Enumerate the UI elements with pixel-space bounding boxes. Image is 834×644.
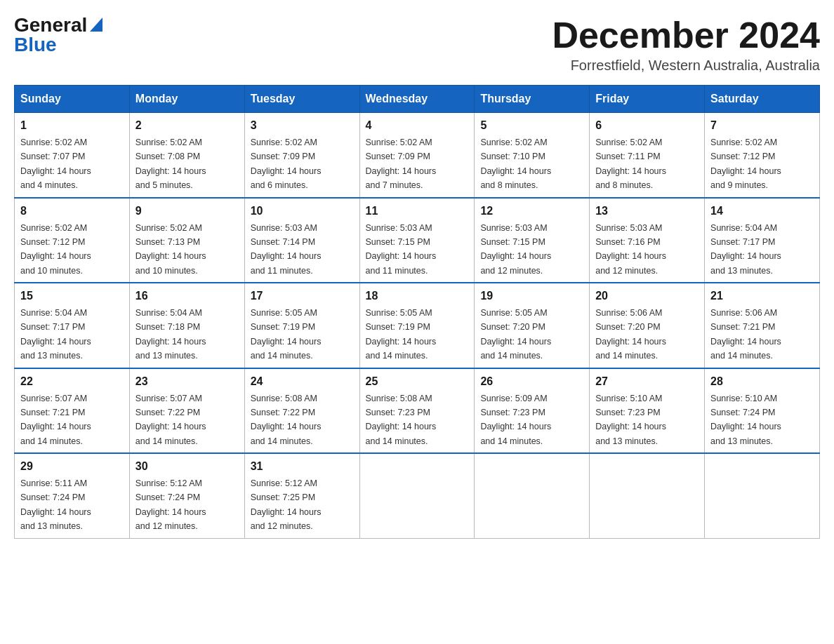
table-row: 20 Sunrise: 5:06 AMSunset: 7:20 PMDaylig… — [590, 283, 705, 368]
table-row: 1 Sunrise: 5:02 AMSunset: 7:07 PMDayligh… — [15, 113, 130, 198]
col-saturday: Saturday — [705, 86, 820, 113]
table-row: 2 Sunrise: 5:02 AMSunset: 7:08 PMDayligh… — [129, 113, 244, 198]
day-info: Sunrise: 5:05 AMSunset: 7:20 PMDaylight:… — [480, 308, 551, 361]
day-info: Sunrise: 5:04 AMSunset: 7:18 PMDaylight:… — [135, 308, 206, 361]
logo-triangle-icon — [90, 18, 102, 34]
table-row: 4 Sunrise: 5:02 AMSunset: 7:09 PMDayligh… — [359, 113, 475, 198]
day-number: 27 — [595, 373, 699, 390]
table-row: 25 Sunrise: 5:08 AMSunset: 7:23 PMDaylig… — [359, 368, 475, 454]
day-info: Sunrise: 5:09 AMSunset: 7:23 PMDaylight:… — [480, 394, 551, 446]
day-info: Sunrise: 5:10 AMSunset: 7:23 PMDaylight:… — [595, 394, 666, 446]
day-info: Sunrise: 5:03 AMSunset: 7:16 PMDaylight:… — [595, 223, 666, 276]
day-info: Sunrise: 5:02 AMSunset: 7:08 PMDaylight:… — [135, 137, 206, 190]
col-friday: Friday — [590, 86, 705, 113]
day-number: 9 — [135, 203, 239, 220]
day-number: 3 — [251, 117, 354, 134]
day-number: 20 — [595, 288, 699, 304]
col-wednesday: Wednesday — [359, 86, 475, 113]
day-number: 17 — [251, 288, 354, 304]
table-row: 16 Sunrise: 5:04 AMSunset: 7:18 PMDaylig… — [129, 283, 244, 368]
logo-blue-text: Blue — [14, 34, 57, 56]
title-area: December 2024 Forrestfield, Western Aust… — [552, 14, 820, 74]
table-row: 12 Sunrise: 5:03 AMSunset: 7:15 PMDaylig… — [475, 198, 590, 283]
day-number: 13 — [595, 203, 699, 220]
day-info: Sunrise: 5:02 AMSunset: 7:11 PMDaylight:… — [595, 137, 666, 190]
table-row — [705, 453, 820, 538]
table-row: 7 Sunrise: 5:02 AMSunset: 7:12 PMDayligh… — [705, 113, 820, 198]
day-info: Sunrise: 5:02 AMSunset: 7:12 PMDaylight:… — [20, 223, 91, 276]
table-row: 13 Sunrise: 5:03 AMSunset: 7:16 PMDaylig… — [590, 198, 705, 283]
day-number: 12 — [480, 203, 583, 220]
month-title: December 2024 — [552, 14, 820, 56]
day-number: 7 — [710, 117, 814, 134]
day-info: Sunrise: 5:07 AMSunset: 7:22 PMDaylight:… — [135, 394, 206, 446]
day-info: Sunrise: 5:10 AMSunset: 7:24 PMDaylight:… — [710, 394, 781, 446]
table-row: 21 Sunrise: 5:06 AMSunset: 7:21 PMDaylig… — [705, 283, 820, 368]
svg-marker-0 — [90, 18, 102, 32]
col-monday: Monday — [129, 86, 244, 113]
day-number: 31 — [251, 458, 354, 475]
day-info: Sunrise: 5:02 AMSunset: 7:07 PMDaylight:… — [20, 137, 91, 190]
location-subtitle: Forrestfield, Western Australia, Austral… — [552, 58, 820, 74]
table-row: 19 Sunrise: 5:05 AMSunset: 7:20 PMDaylig… — [475, 283, 590, 368]
day-info: Sunrise: 5:08 AMSunset: 7:22 PMDaylight:… — [251, 394, 322, 446]
day-number: 18 — [366, 288, 469, 304]
table-row: 11 Sunrise: 5:03 AMSunset: 7:15 PMDaylig… — [359, 198, 475, 283]
day-number: 21 — [710, 288, 814, 304]
calendar-header-row: Sunday Monday Tuesday Wednesday Thursday… — [15, 86, 820, 113]
table-row: 10 Sunrise: 5:03 AMSunset: 7:14 PMDaylig… — [244, 198, 359, 283]
table-row: 6 Sunrise: 5:02 AMSunset: 7:11 PMDayligh… — [590, 113, 705, 198]
day-number: 4 — [366, 117, 469, 134]
day-info: Sunrise: 5:12 AMSunset: 7:24 PMDaylight:… — [135, 478, 206, 531]
page-header: General Blue December 2024 Forrestfield,… — [14, 14, 820, 74]
day-info: Sunrise: 5:03 AMSunset: 7:15 PMDaylight:… — [366, 223, 437, 276]
day-info: Sunrise: 5:03 AMSunset: 7:14 PMDaylight:… — [251, 223, 322, 276]
table-row: 9 Sunrise: 5:02 AMSunset: 7:13 PMDayligh… — [129, 198, 244, 283]
table-row — [590, 453, 705, 538]
table-row: 27 Sunrise: 5:10 AMSunset: 7:23 PMDaylig… — [590, 368, 705, 454]
col-tuesday: Tuesday — [244, 86, 359, 113]
day-number: 15 — [20, 288, 124, 304]
day-number: 8 — [20, 203, 124, 220]
day-info: Sunrise: 5:04 AMSunset: 7:17 PMDaylight:… — [710, 223, 781, 276]
calendar-week-row: 8 Sunrise: 5:02 AMSunset: 7:12 PMDayligh… — [15, 198, 820, 283]
day-info: Sunrise: 5:11 AMSunset: 7:24 PMDaylight:… — [20, 478, 91, 531]
day-number: 25 — [366, 373, 469, 390]
col-thursday: Thursday — [475, 86, 590, 113]
day-number: 5 — [480, 117, 583, 134]
table-row: 28 Sunrise: 5:10 AMSunset: 7:24 PMDaylig… — [705, 368, 820, 454]
day-info: Sunrise: 5:02 AMSunset: 7:12 PMDaylight:… — [710, 137, 781, 190]
table-row: 8 Sunrise: 5:02 AMSunset: 7:12 PMDayligh… — [15, 198, 130, 283]
calendar-week-row: 1 Sunrise: 5:02 AMSunset: 7:07 PMDayligh… — [15, 113, 820, 198]
logo: General Blue — [14, 14, 102, 56]
day-number: 30 — [135, 458, 239, 475]
calendar-table: Sunday Monday Tuesday Wednesday Thursday… — [14, 85, 820, 539]
day-number: 16 — [135, 288, 239, 304]
calendar-week-row: 22 Sunrise: 5:07 AMSunset: 7:21 PMDaylig… — [15, 368, 820, 454]
day-info: Sunrise: 5:02 AMSunset: 7:09 PMDaylight:… — [251, 137, 322, 190]
table-row: 26 Sunrise: 5:09 AMSunset: 7:23 PMDaylig… — [475, 368, 590, 454]
day-number: 24 — [251, 373, 354, 390]
col-sunday: Sunday — [15, 86, 130, 113]
day-number: 28 — [710, 373, 814, 390]
table-row — [359, 453, 475, 538]
day-number: 1 — [20, 117, 124, 134]
day-info: Sunrise: 5:02 AMSunset: 7:13 PMDaylight:… — [135, 223, 206, 276]
day-number: 2 — [135, 117, 239, 134]
day-number: 10 — [251, 203, 354, 220]
table-row: 17 Sunrise: 5:05 AMSunset: 7:19 PMDaylig… — [244, 283, 359, 368]
day-number: 22 — [20, 373, 124, 390]
table-row: 15 Sunrise: 5:04 AMSunset: 7:17 PMDaylig… — [15, 283, 130, 368]
day-info: Sunrise: 5:06 AMSunset: 7:20 PMDaylight:… — [595, 308, 666, 361]
day-number: 26 — [480, 373, 583, 390]
day-info: Sunrise: 5:07 AMSunset: 7:21 PMDaylight:… — [20, 394, 91, 446]
table-row: 5 Sunrise: 5:02 AMSunset: 7:10 PMDayligh… — [475, 113, 590, 198]
table-row: 23 Sunrise: 5:07 AMSunset: 7:22 PMDaylig… — [129, 368, 244, 454]
day-info: Sunrise: 5:02 AMSunset: 7:10 PMDaylight:… — [480, 137, 551, 190]
calendar-week-row: 15 Sunrise: 5:04 AMSunset: 7:17 PMDaylig… — [15, 283, 820, 368]
table-row: 22 Sunrise: 5:07 AMSunset: 7:21 PMDaylig… — [15, 368, 130, 454]
table-row: 3 Sunrise: 5:02 AMSunset: 7:09 PMDayligh… — [244, 113, 359, 198]
day-info: Sunrise: 5:05 AMSunset: 7:19 PMDaylight:… — [366, 308, 437, 361]
day-number: 6 — [595, 117, 699, 134]
day-number: 19 — [480, 288, 583, 304]
